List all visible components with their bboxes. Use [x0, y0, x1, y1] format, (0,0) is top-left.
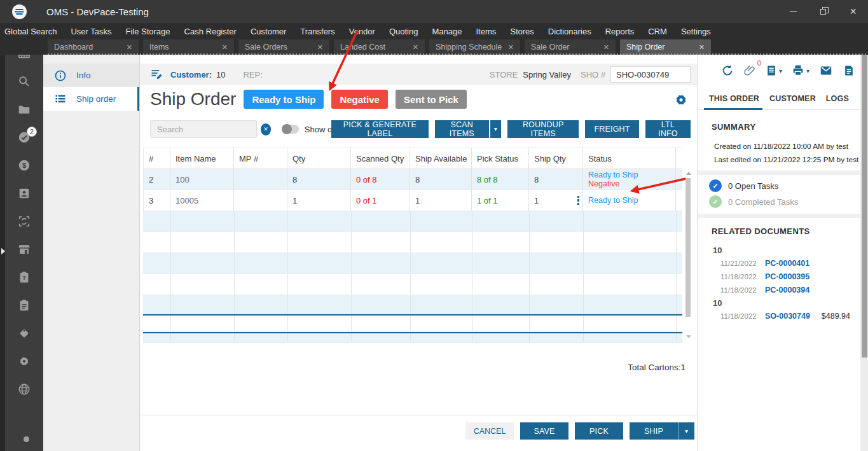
- email-envelope-icon[interactable]: [818, 64, 834, 78]
- document-link[interactable]: PC-0000401: [765, 259, 809, 268]
- status-ready-to-ship[interactable]: Ready to Ship: [588, 196, 638, 205]
- web-globe-icon[interactable]: [17, 382, 31, 396]
- inquiry-clipboard-icon[interactable]: ?: [17, 270, 31, 284]
- orders-clipboard-icon[interactable]: [17, 298, 31, 312]
- grid-scroll-up-icon[interactable]: [686, 172, 691, 175]
- pick-generate-label-button[interactable]: PICK & GENERATE LABEL: [331, 120, 429, 138]
- menu-user-tasks[interactable]: User Tasks: [64, 27, 118, 36]
- menu-cash-register[interactable]: Cash Register: [177, 27, 244, 36]
- menu-settings[interactable]: Settings: [674, 27, 718, 36]
- clear-search-icon[interactable]: ✕: [261, 123, 271, 135]
- roundup-items-button[interactable]: ROUNDUP ITEMS: [507, 120, 579, 138]
- ship-dropdown-button[interactable]: ▾: [678, 422, 694, 440]
- grid-scroll-down-icon[interactable]: [686, 335, 691, 338]
- document-group-label[interactable]: 10: [713, 246, 722, 255]
- tab-close-icon[interactable]: ✕: [317, 43, 323, 52]
- tab-close-icon[interactable]: ✕: [413, 43, 418, 52]
- print-icon[interactable]: ▾: [791, 64, 809, 78]
- tab-close-icon[interactable]: ✕: [603, 43, 609, 52]
- ltl-info-button[interactable]: LTL INFO: [645, 120, 691, 138]
- tab-this-order[interactable]: THIS ORDER: [709, 94, 759, 103]
- col-header-pick-status[interactable]: Pick Status: [472, 148, 529, 169]
- finance-dollar-icon[interactable]: $: [17, 158, 31, 172]
- completed-tasks-row[interactable]: ✓ 0 Completed Tasks: [709, 195, 798, 208]
- tab-customer[interactable]: CUSTOMER: [769, 94, 816, 103]
- edit-list-icon[interactable]: [150, 68, 163, 81]
- tab-ship-order[interactable]: Ship Order✕: [620, 39, 711, 55]
- col-header-status[interactable]: Status: [583, 148, 676, 169]
- customer-label[interactable]: Customer:: [170, 70, 212, 80]
- scan-items-dropdown-button[interactable]: ▾: [490, 120, 501, 138]
- table-row[interactable]: 3 10005 1 0 of 1 1 1 of 1 1 Ready to Shi…: [143, 190, 682, 211]
- grid-settings-gear-icon[interactable]: [673, 92, 689, 108]
- col-header-ship-qty[interactable]: Ship Qty: [529, 148, 583, 169]
- search-input[interactable]: [150, 120, 257, 138]
- col-header-qty[interactable]: Qty: [287, 148, 351, 169]
- open-tasks-row[interactable]: ✓ 0 Open Tasks: [709, 179, 778, 192]
- menu-dictionaries[interactable]: Dictionaries: [541, 27, 598, 36]
- page-scrollbar-thumb[interactable]: [862, 55, 867, 357]
- cancel-button[interactable]: CANCEL: [465, 422, 514, 440]
- tab-close-icon[interactable]: ✕: [127, 43, 132, 52]
- col-header-mp[interactable]: MP #: [234, 148, 287, 169]
- nav-item-info[interactable]: Info: [43, 64, 139, 87]
- sho-number-input[interactable]: [610, 66, 691, 83]
- col-header-item-name[interactable]: Item Name: [170, 148, 234, 169]
- tab-sale-order[interactable]: Sale Order✕: [525, 39, 616, 55]
- store-icon[interactable]: [17, 242, 31, 256]
- status-negative[interactable]: Negative: [588, 179, 619, 188]
- folders-icon[interactable]: [17, 102, 31, 116]
- row-menu-kebab-icon[interactable]: [577, 196, 580, 205]
- menu-vendor[interactable]: Vendor: [342, 27, 382, 36]
- document-icon[interactable]: [843, 64, 855, 78]
- scan-items-button[interactable]: SCAN ITEMS: [435, 120, 489, 138]
- status-ready-to-ship[interactable]: Ready to Ship: [588, 170, 638, 179]
- menu-reports[interactable]: Reports: [598, 27, 642, 36]
- document-link[interactable]: PC-0000394: [765, 286, 809, 295]
- menu-customer[interactable]: Customer: [244, 27, 293, 36]
- contacts-icon[interactable]: [17, 186, 31, 200]
- tab-close-icon[interactable]: ✕: [508, 43, 514, 52]
- tab-dashboard[interactable]: Dashboard✕: [48, 39, 139, 55]
- nav-item-ship-order[interactable]: Ship order: [43, 87, 139, 111]
- menu-transfers[interactable]: Transfers: [293, 27, 341, 36]
- tab-items[interactable]: Items✕: [143, 39, 234, 55]
- col-header-ship-available[interactable]: Ship Available: [410, 148, 472, 169]
- show-toggle[interactable]: [282, 125, 299, 134]
- table-row[interactable]: 2 100 8 0 of 8 8 8 of 8 8 Ready to Ship …: [143, 169, 682, 190]
- menu-stores[interactable]: Stores: [503, 27, 541, 36]
- refresh-icon[interactable]: [720, 64, 734, 78]
- menu-global-search[interactable]: Global Search: [0, 27, 64, 36]
- menu-file-storage[interactable]: File Storage: [118, 27, 177, 36]
- tab-sale-orders[interactable]: Sale Orders✕: [238, 39, 329, 55]
- ship-button[interactable]: SHIP: [630, 422, 678, 440]
- tab-landed-cost[interactable]: Landed Cost✕: [334, 39, 425, 55]
- menu-crm[interactable]: CRM: [641, 27, 674, 36]
- tab-close-icon[interactable]: ✕: [699, 43, 705, 52]
- scan-frame-icon[interactable]: [17, 214, 31, 228]
- menu-manage[interactable]: Manage: [425, 27, 469, 36]
- close-button[interactable]: ✕: [838, 0, 868, 23]
- tab-logs[interactable]: LOGS: [826, 94, 849, 103]
- grid-scrollbar-thumb[interactable]: [685, 178, 691, 317]
- pick-button[interactable]: PICK: [575, 422, 623, 440]
- receipt-list-icon[interactable]: ▾: [765, 64, 782, 78]
- restore-button[interactable]: [808, 0, 838, 23]
- col-header-num[interactable]: #: [143, 148, 170, 169]
- col-header-scanned-qty[interactable]: Scanned Qty: [351, 148, 410, 169]
- search-icon[interactable]: [17, 74, 31, 88]
- tasks-check-icon[interactable]: 2: [17, 130, 31, 144]
- tab-shipping-schedule[interactable]: Shipping Schedule✕: [429, 39, 520, 55]
- menu-quoting[interactable]: Quoting: [382, 27, 425, 36]
- settings-gear-icon[interactable]: [17, 354, 31, 368]
- tags-icon[interactable]: [17, 326, 31, 340]
- tab-close-icon[interactable]: ✕: [222, 43, 228, 52]
- document-group-label[interactable]: 10: [713, 298, 722, 308]
- minimize-button[interactable]: [778, 0, 808, 23]
- attachments-paperclip-icon[interactable]: 0: [743, 64, 756, 78]
- document-link[interactable]: SO-0030749: [765, 312, 810, 321]
- document-link[interactable]: PC-0000395: [765, 272, 809, 281]
- page-scrollbar[interactable]: [860, 55, 868, 451]
- menu-items[interactable]: Items: [469, 27, 503, 36]
- save-button[interactable]: SAVE: [520, 422, 568, 440]
